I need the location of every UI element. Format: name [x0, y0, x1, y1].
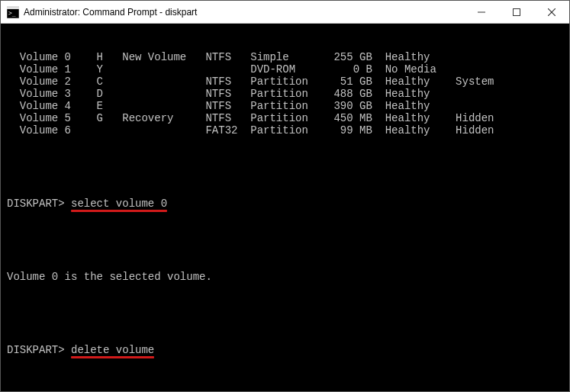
maximize-button[interactable]: [499, 1, 534, 23]
volume-row-1: Volume 1 Y DVD-ROM 0 B No Media: [7, 63, 563, 76]
svg-rect-4: [514, 8, 520, 15]
diskpart-prompt: DISKPART>: [7, 198, 71, 210]
volume-row-5: Volume 5 G Recovery NTFS Partition 450 M…: [7, 112, 563, 124]
prompt-line-2: DISKPART> delete volume: [7, 344, 563, 356]
svg-rect-1: [7, 6, 19, 9]
volume-row-6: Volume 6 FAT32 Partition 99 MB Healthy H…: [7, 124, 563, 137]
volume-row-0: Volume 0 H New Volume NTFS Simple 255 GB…: [7, 51, 563, 63]
titlebar[interactable]: >_ Administrator: Command Prompt - diskp…: [1, 1, 569, 24]
console-output[interactable]: Volume 0 H New Volume NTFS Simple 255 GB…: [1, 24, 569, 391]
volume-table: Volume 0 H New Volume NTFS Simple 255 GB…: [7, 51, 563, 137]
command-select-volume: select volume 0: [71, 198, 167, 210]
prompt-line-1: DISKPART> select volume 0: [7, 198, 563, 210]
minimize-button[interactable]: [464, 1, 499, 23]
svg-text:>_: >_: [8, 10, 16, 17]
response-1: Volume 0 is the selected volume.: [7, 271, 563, 283]
volume-row-2: Volume 2 C NTFS Partition 51 GB Healthy …: [7, 76, 563, 88]
close-button[interactable]: [534, 1, 569, 23]
window-controls: [464, 1, 569, 23]
command-prompt-window: >_ Administrator: Command Prompt - diskp…: [0, 0, 570, 392]
cmd-icon: >_: [7, 6, 19, 18]
volume-row-3: Volume 3 D NTFS Partition 488 GB Healthy: [7, 88, 563, 100]
diskpart-prompt: DISKPART>: [7, 344, 71, 356]
volume-row-4: Volume 4 E NTFS Partition 390 GB Healthy: [7, 100, 563, 112]
window-title: Administrator: Command Prompt - diskpart: [24, 7, 464, 18]
command-delete-volume: delete volume: [71, 344, 154, 356]
